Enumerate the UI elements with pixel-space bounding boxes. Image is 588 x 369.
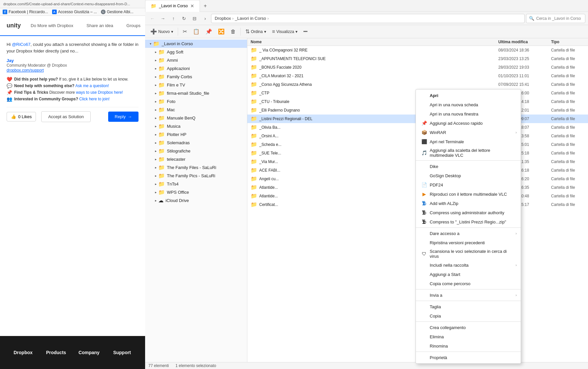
ctx-item-14[interactable]: 🗜Compress to "_Listini Prezzi Regio...zi…	[416, 217, 521, 226]
tips-link[interactable]: ways to use Dropbox here!	[76, 90, 123, 95]
ctx-item-4[interactable]: 📦WinRAR›	[416, 128, 521, 137]
file-row-4[interactable]: 📁_Corso Agg Sicurezza Athena07/09/2022 1…	[247, 80, 588, 89]
bookmark-facebook[interactable]: f Facebook | Riccardo...	[3, 10, 48, 14]
tree-expand-7[interactable]: ▸	[153, 100, 158, 103]
post-mention[interactable]: @RiCo67	[12, 42, 31, 47]
tree-expand-5[interactable]: ▸	[153, 83, 158, 87]
tree-item-16[interactable]: ▸📁The Family Pics - SaLuRi	[145, 172, 247, 180]
tree-expand-6[interactable]: ▸	[153, 91, 158, 95]
tree-expand-19[interactable]: ▸	[153, 199, 158, 202]
tree-item-4[interactable]: ▸📁Family Corbs	[145, 73, 247, 81]
tree-item-12[interactable]: ▸📁Solemadras	[145, 139, 247, 147]
tree-item-15[interactable]: ▸📁The Family Files - SaLuRi	[145, 163, 247, 172]
tree-expand-4[interactable]: ▸	[153, 75, 158, 79]
ctx-item-9[interactable]: GoSign Desktop	[416, 171, 521, 180]
ctx-item-25[interactable]: Taglia	[416, 302, 521, 311]
col-header-name[interactable]: Nome	[247, 40, 496, 44]
bookmark-accesso[interactable]: A Accesso Giustizia – ...	[52, 10, 97, 14]
refresh-button[interactable]: ↻	[179, 14, 189, 23]
tree-item-9[interactable]: ▸📁Manuale BenQ	[145, 114, 247, 122]
search-box[interactable]: 🔍	[526, 14, 585, 23]
tree-expand-18[interactable]: ▸	[153, 190, 158, 194]
breadcrumb-current[interactable]: _Lavori in Corso	[235, 16, 266, 21]
ctx-item-12[interactable]: 🗜Add with ALZip	[416, 199, 521, 208]
file-row-3[interactable]: 📁_CILA Muratori 32 - 202101/10/2023 11:0…	[247, 72, 588, 80]
tree-item-11[interactable]: ▸📁Plotter HP	[145, 130, 247, 139]
view-mode-button[interactable]: ⊟	[190, 14, 199, 23]
ctx-item-30[interactable]: Rinomina	[416, 341, 521, 351]
tree-item-1[interactable]: ▸📁Agg Soft	[145, 48, 247, 56]
ctx-item-6[interactable]: 🎵Aggiungi alla scaletta del lettore mult…	[416, 146, 521, 159]
toolbar-paste-button[interactable]: 📌	[203, 27, 215, 36]
file-row-2[interactable]: 📁_BONUS Facciate 202028/03/2022 19:03Car…	[247, 63, 588, 72]
search-input[interactable]	[536, 16, 582, 21]
tree-item-8[interactable]: ▸📁Mac	[145, 106, 247, 114]
toolbar-cut-button[interactable]: ✂	[180, 27, 190, 36]
bookmark-gestione[interactable]: G Gestione Albi...	[101, 10, 134, 14]
tree-item-7[interactable]: ▸📁Foto	[145, 97, 247, 106]
breadcrumb-expand[interactable]: ›	[201, 14, 210, 23]
tree-expand-8[interactable]: ▸	[153, 108, 158, 112]
ctx-item-29[interactable]: Elimina	[416, 332, 521, 341]
toolbar-sort-button[interactable]: ⇅ Ordina ▾	[243, 27, 269, 36]
forward-button[interactable]: →	[158, 14, 168, 23]
toolbar-more-button[interactable]: •••	[301, 28, 310, 35]
tree-item-17[interactable]: ▸📁TnTs4	[145, 180, 247, 188]
ctx-item-1[interactable]: Apri in una nuova scheda	[416, 100, 521, 109]
tree-expand-15[interactable]: ▸	[153, 166, 158, 169]
tree-item-0[interactable]: ▾📁_Lavori in Corso	[145, 40, 247, 48]
tree-expand-1[interactable]: ▸	[153, 50, 158, 54]
file-row-1[interactable]: 📁_APPUNTAMENTI TELEFONICI SUE23/03/2023 …	[247, 54, 588, 63]
tree-item-5[interactable]: ▸📁Film e TV	[145, 81, 247, 89]
ctx-item-2[interactable]: Apri in una nuova finestra	[416, 109, 521, 118]
toolbar-delete-button[interactable]: 🗑	[228, 27, 238, 36]
file-row-0[interactable]: 📁_ Via COmpagnoni 32 RRE08/03/2024 18:36…	[247, 46, 588, 54]
author-link[interactable]: dropbox.com/support	[7, 68, 44, 73]
nav-share-idea[interactable]: Share an idea	[83, 19, 116, 32]
breadcrumb-dropbox[interactable]: Dropbox	[215, 16, 231, 21]
tree-expand-11[interactable]: ▸	[153, 133, 158, 136]
ctx-item-11[interactable]: ▶Riproduci con il lettore multimediale V…	[416, 189, 521, 199]
tree-item-14[interactable]: ▸📁telecaster	[145, 155, 247, 163]
tree-expand-2[interactable]: ▸	[153, 58, 158, 62]
like-button[interactable]: 👍 0 Likes	[7, 112, 36, 121]
tree-expand-13[interactable]: ▸	[153, 149, 158, 153]
tree-expand-14[interactable]: ▸	[153, 157, 158, 161]
ctx-item-23[interactable]: Invia a›	[416, 290, 521, 300]
tree-item-2[interactable]: ▸📁Ammi	[145, 56, 247, 64]
groups-link[interactable]: Click here to join!	[79, 97, 109, 101]
tree-item-6[interactable]: ▸📁firma-email Studio_file	[145, 89, 247, 97]
tree-item-19[interactable]: ▸☁iCloud Drive	[145, 196, 247, 205]
toolbar-new-button[interactable]: ➕ Nuovo ▾	[148, 27, 176, 36]
col-header-date[interactable]: Ultima modifica	[496, 40, 548, 44]
col-header-type[interactable]: Tipo	[548, 40, 588, 44]
ctx-item-26[interactable]: Copia	[416, 311, 521, 320]
tree-expand-17[interactable]: ▸	[153, 182, 158, 186]
toolbar-copy-button[interactable]: 📋	[190, 27, 202, 36]
back-button[interactable]: ←	[148, 14, 157, 23]
ctx-item-28[interactable]: Crea collegamento	[416, 323, 521, 332]
url-bar[interactable]: dropbox.com/t5/Create-upload-and-share/C…	[0, 0, 145, 8]
new-tab-button[interactable]: +	[200, 1, 210, 11]
tree-item-10[interactable]: ▸📁Musica	[145, 122, 247, 130]
toolbar-view-button[interactable]: ≡ Visualizza ▾	[269, 27, 300, 36]
ctx-item-19[interactable]: Includi nella raccolta›	[416, 260, 521, 270]
tree-item-13[interactable]: ▸📁Stilografiche	[145, 147, 247, 155]
tree-expand-3[interactable]: ▸	[153, 67, 158, 70]
ctx-item-5[interactable]: ⬛Apri nel Terminale	[416, 137, 521, 146]
ctx-item-8[interactable]: Dike	[416, 162, 521, 171]
ctx-item-16[interactable]: Dare accesso a›	[416, 229, 521, 238]
tree-expand-12[interactable]: ▸	[153, 141, 158, 145]
ctx-item-32[interactable]: Proprietà	[416, 353, 521, 362]
tree-expand-16[interactable]: ▸	[153, 174, 158, 178]
ctx-item-21[interactable]: Copia come percorso	[416, 279, 521, 288]
tab-close-button[interactable]: ✕	[190, 4, 194, 8]
tree-expand-10[interactable]: ▸	[153, 124, 158, 128]
accept-solution-button[interactable]: Accept as Solution	[41, 111, 91, 122]
active-tab[interactable]: 📁 _Lavori in Corso ✕	[145, 0, 200, 12]
ctx-item-10[interactable]: 📄PDF24	[416, 180, 521, 189]
nav-do-more[interactable]: Do More with Dropbox	[27, 19, 77, 32]
nav-groups[interactable]: Groups	[123, 19, 144, 32]
ctx-item-0[interactable]: Apri	[416, 91, 521, 100]
tree-item-18[interactable]: ▸📁WPS Office	[145, 188, 247, 196]
